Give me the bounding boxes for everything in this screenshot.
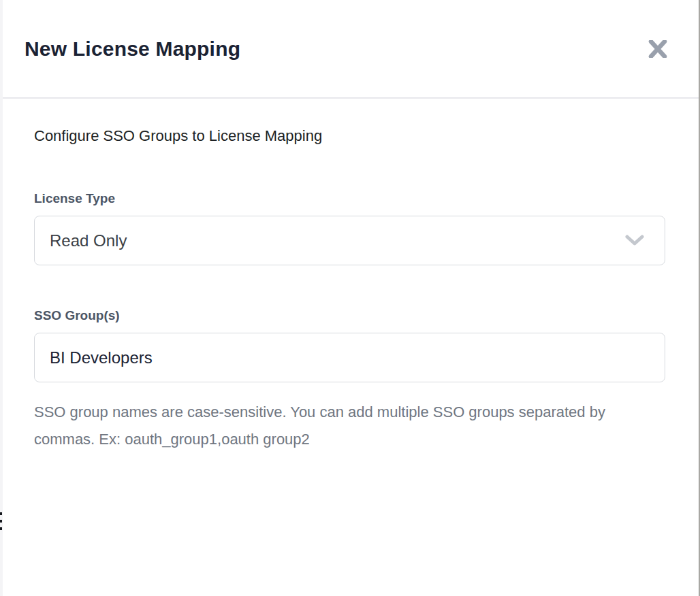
sso-groups-helper-text: SSO group names are case-sensitive. You … (34, 399, 611, 453)
spacer (34, 265, 667, 308)
dialog-header: New License Mapping (3, 0, 699, 99)
sso-groups-field: SSO Group(s) SSO group names are case-se… (34, 308, 667, 453)
new-license-mapping-dialog: New License Mapping Configure SSO Groups… (3, 0, 699, 596)
license-type-label: License Type (34, 191, 667, 206)
license-type-selected-value: Read Only (50, 231, 127, 250)
dialog-body: Configure SSO Groups to License Mapping … (3, 99, 699, 453)
dialog-subtitle: Configure SSO Groups to License Mapping (34, 127, 667, 145)
list-dash (0, 512, 2, 515)
dialog-title: New License Mapping (25, 37, 240, 61)
close-button[interactable] (646, 37, 670, 61)
license-type-select[interactable]: Read Only (34, 216, 665, 265)
x-icon (648, 40, 667, 58)
background-list-icon (0, 512, 2, 535)
sso-groups-label: SSO Group(s) (34, 308, 667, 323)
list-dash (0, 520, 2, 523)
sso-groups-input[interactable] (34, 333, 665, 382)
list-dash (0, 527, 2, 530)
license-type-field: License Type Read Only (34, 191, 667, 265)
chevron-down-icon (625, 235, 644, 246)
